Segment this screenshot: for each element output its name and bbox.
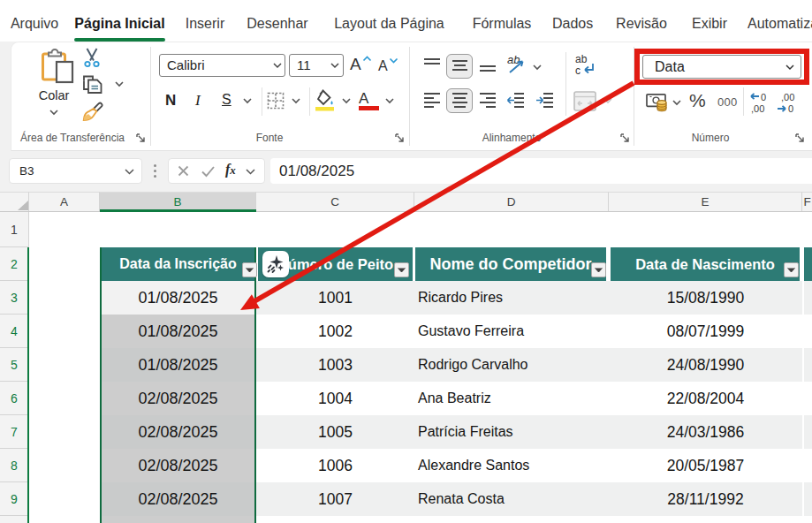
svg-text:,00: ,00 — [781, 92, 794, 102]
svg-text:0: 0 — [788, 103, 793, 114]
svg-text:ab: ab — [575, 53, 588, 65]
svg-text:,00: ,00 — [751, 103, 764, 114]
svg-text:0: 0 — [761, 92, 766, 102]
svg-text:c: c — [575, 64, 581, 76]
